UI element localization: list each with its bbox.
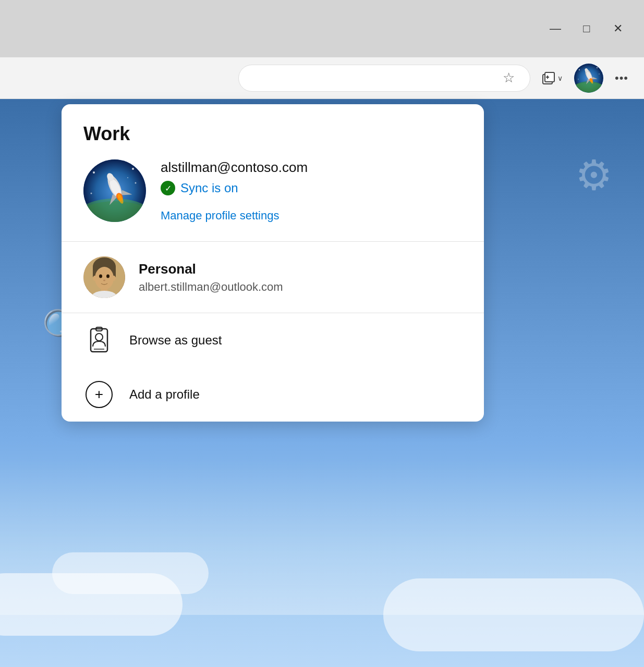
browse-guest-label: Browse as guest xyxy=(129,333,222,348)
collections-icon xyxy=(542,71,555,85)
sync-status-text: Sync is on xyxy=(180,181,238,195)
svg-point-30 xyxy=(135,182,137,184)
svg-point-16 xyxy=(599,73,600,75)
svg-point-37 xyxy=(99,275,102,278)
work-email-text: alstillman@contoso.com xyxy=(161,159,308,176)
svg-point-17 xyxy=(578,79,579,80)
svg-point-15 xyxy=(597,67,598,68)
cloud-3 xyxy=(383,578,644,651)
collections-button[interactable]: ∨ xyxy=(537,66,568,90)
profile-avatar-image xyxy=(574,64,603,93)
sync-check-icon: ✓ xyxy=(161,181,175,195)
svg-point-29 xyxy=(132,168,134,170)
address-bar[interactable]: ☆ xyxy=(238,65,530,92)
work-profile-row: alstillman@contoso.com ✓ Sync is on Mana… xyxy=(83,159,462,223)
add-circle-icon: + xyxy=(86,381,113,408)
svg-point-14 xyxy=(579,69,580,70)
dropdown-chevron: ∨ xyxy=(557,74,563,82)
profile-panel-title: Work xyxy=(83,123,462,145)
svg-point-44 xyxy=(112,276,116,281)
svg-point-20 xyxy=(83,201,146,222)
maximize-button[interactable]: □ xyxy=(571,16,602,42)
personal-profile-avatar xyxy=(83,256,125,298)
minimize-button[interactable]: — xyxy=(540,16,571,42)
work-avatar-svg xyxy=(83,159,146,222)
personal-profile-email: albert.stillman@outlook.com xyxy=(139,280,283,294)
svg-point-38 xyxy=(106,275,110,278)
add-profile-icon: + xyxy=(83,379,115,410)
svg-point-6 xyxy=(574,82,603,93)
sync-status-row: ✓ Sync is on xyxy=(161,181,308,195)
svg-point-32 xyxy=(127,177,128,178)
svg-point-39 xyxy=(103,280,105,281)
personal-profile-section[interactable]: Personal albert.stillman@outlook.com xyxy=(62,242,484,313)
cloud-2 xyxy=(52,552,209,594)
add-profile-section[interactable]: + Add a profile xyxy=(62,367,484,422)
favorites-icon[interactable]: ☆ xyxy=(496,66,520,90)
personal-profile-info: Personal albert.stillman@outlook.com xyxy=(139,261,283,294)
svg-point-43 xyxy=(93,276,97,281)
personal-profile-name: Personal xyxy=(139,261,283,277)
browser-toolbar: ☆ ∨ xyxy=(0,57,644,99)
profile-panel: Work xyxy=(62,104,484,422)
work-profile-section: Work xyxy=(62,104,484,241)
browse-as-guest-section[interactable]: Browse as guest xyxy=(62,313,484,367)
more-icon: ••• xyxy=(615,71,628,85)
svg-point-28 xyxy=(93,171,95,174)
profile-avatar-button[interactable] xyxy=(574,64,603,93)
background-gear-icon: ⚙ xyxy=(575,151,613,200)
work-profile-avatar xyxy=(83,159,146,222)
svg-point-47 xyxy=(95,334,103,341)
more-button[interactable]: ••• xyxy=(610,66,634,90)
guest-icon xyxy=(83,325,115,356)
manage-profile-link[interactable]: Manage profile settings xyxy=(161,209,308,223)
work-profile-info: alstillman@contoso.com ✓ Sync is on Mana… xyxy=(161,159,308,223)
title-bar: — □ ✕ xyxy=(0,0,644,57)
svg-point-36 xyxy=(95,267,114,290)
close-button[interactable]: ✕ xyxy=(602,16,634,42)
svg-point-31 xyxy=(91,193,92,194)
guest-badge-svg xyxy=(86,327,113,354)
personal-avatar-svg xyxy=(83,256,125,298)
spaceship-avatar-svg xyxy=(574,64,603,93)
add-profile-label: Add a profile xyxy=(129,387,200,402)
